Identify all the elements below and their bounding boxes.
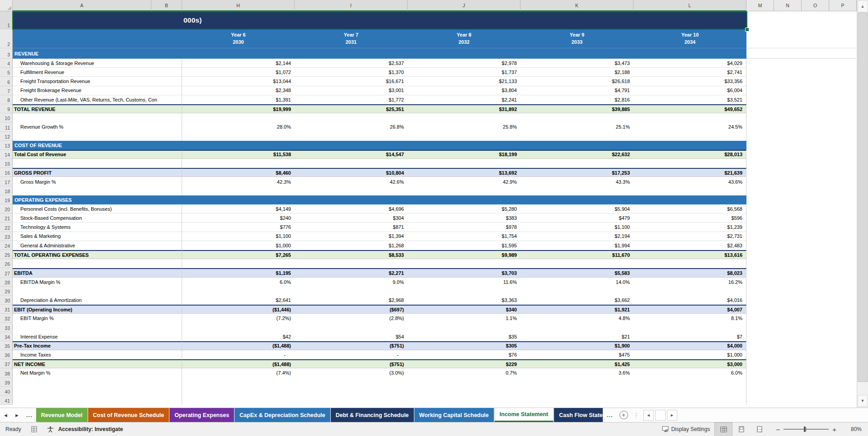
cell-value[interactable]: $4,149 [182, 204, 295, 213]
cell-value[interactable]: $978 [408, 223, 521, 232]
cell-value[interactable] [521, 259, 633, 268]
row-header-34[interactable]: 34 [0, 332, 13, 341]
cell-value[interactable]: 14.0% [521, 278, 633, 287]
cell-value[interactable] [521, 378, 633, 387]
cell-value[interactable]: 1.1% [408, 314, 521, 323]
scroll-up-icon[interactable]: ▲ [858, 0, 868, 12]
year-header-cell[interactable]: Year 82032 [408, 29, 521, 48]
cell-value[interactable]: ($1,446) [182, 305, 295, 314]
cell-value[interactable] [182, 378, 295, 387]
hscroll-thumb[interactable] [655, 410, 666, 421]
cell-value[interactable]: 28.0% [182, 122, 295, 131]
cell-value[interactable] [182, 113, 295, 122]
cell-value[interactable]: $7 [633, 332, 746, 341]
row-header-17[interactable]: 17 [0, 177, 13, 186]
hscroll-right-icon[interactable]: ► [667, 410, 677, 421]
cell-value[interactable]: $1,900 [521, 341, 633, 350]
cell-value[interactable]: $1,994 [521, 241, 633, 250]
row-header-25[interactable]: 25 [0, 250, 13, 259]
cell-value[interactable]: $2,241 [408, 95, 521, 104]
empty-cells-region[interactable] [746, 150, 857, 159]
cell-value[interactable] [408, 186, 521, 195]
cell-value[interactable]: 42.9% [408, 177, 521, 186]
cell-value[interactable]: $2,741 [633, 68, 746, 77]
empty-cells-region[interactable] [746, 68, 857, 77]
cell-label[interactable]: Freight Brokerage Revenue [13, 86, 182, 95]
cell-label[interactable]: Income Taxes [13, 350, 182, 359]
cell-value[interactable]: $9,989 [408, 250, 521, 259]
column-header-B[interactable]: B [151, 0, 182, 11]
cell-value[interactable] [633, 378, 746, 387]
cell-value[interactable] [408, 159, 521, 168]
cell-value[interactable]: $10,804 [295, 168, 408, 177]
cell-value[interactable] [182, 159, 295, 168]
display-settings-button[interactable]: Display Settings [657, 422, 714, 436]
cell-value[interactable]: $1,100 [182, 232, 295, 241]
empty-cells-region[interactable] [746, 296, 857, 305]
empty-cells-region[interactable] [746, 259, 857, 268]
cell-value[interactable]: 6.0% [633, 368, 746, 377]
cell-value[interactable]: $2,348 [182, 86, 295, 95]
cell-label[interactable]: Sales & Marketing [13, 232, 182, 241]
row-header-14[interactable]: 14 [0, 150, 13, 159]
section-header-cell[interactable]: COST OF REVENUE [13, 141, 746, 150]
empty-cells-region[interactable] [746, 323, 857, 332]
macro-record-icon[interactable] [31, 426, 37, 432]
view-page-break-button[interactable] [751, 422, 769, 436]
cell-value[interactable]: 42.3% [182, 177, 295, 186]
row-header-41[interactable]: 41 [0, 396, 13, 405]
cell-value[interactable]: $1,391 [182, 95, 295, 104]
cell-value[interactable]: ($1,488) [182, 359, 295, 368]
cell-label[interactable] [13, 186, 182, 195]
sheet-tab-revenue-model[interactable]: Revenue Model [36, 408, 88, 422]
empty-cells-region[interactable] [746, 350, 857, 359]
cell-label[interactable] [13, 132, 182, 141]
empty-cells-region[interactable] [746, 48, 857, 59]
cell-label[interactable]: Other Revenue (Last-Mile, VAS, Returns, … [13, 95, 182, 104]
row-header-20[interactable]: 20 [0, 204, 13, 213]
accessibility-label[interactable]: Accessibility: Investigate [58, 426, 123, 432]
cell-value[interactable] [182, 287, 295, 296]
cell-value[interactable]: $2,537 [295, 59, 408, 68]
year-header-cell[interactable]: Year 72031 [295, 29, 408, 48]
row-header-36[interactable]: 36 [0, 350, 13, 359]
scroll-down-icon[interactable]: ▼ [858, 395, 868, 407]
cell-value[interactable]: $1,239 [633, 223, 746, 232]
cell-value[interactable]: $4,000 [633, 341, 746, 350]
cell-value[interactable]: $5,904 [521, 204, 633, 213]
cell-value[interactable] [521, 387, 633, 396]
empty-cells-region[interactable] [746, 213, 857, 223]
row-header-40[interactable]: 40 [0, 387, 13, 396]
cell-value[interactable]: $4,696 [295, 204, 408, 213]
cell-value[interactable]: $76 [408, 350, 521, 359]
cell-value[interactable]: $1,921 [521, 305, 633, 314]
cell-value[interactable]: $4,007 [633, 305, 746, 314]
zoom-in-button[interactable]: + [829, 426, 840, 433]
cell-value[interactable]: $6,568 [633, 204, 746, 213]
cell-value[interactable] [295, 387, 408, 396]
cell-value[interactable]: $304 [295, 213, 408, 223]
sheet-tab-cost-of-revenue-schedule[interactable]: Cost of Revenue Schedule [88, 408, 169, 422]
cell-label[interactable] [13, 396, 182, 405]
select-all-corner[interactable] [0, 0, 13, 11]
sheet-tab-cash-flow-state[interactable]: Cash Flow State [554, 408, 603, 422]
cell-value[interactable]: $3,703 [408, 268, 521, 277]
cell-value[interactable]: $2,816 [521, 95, 633, 104]
cell-label[interactable]: TOTAL REVENUE [13, 104, 182, 113]
row-header-1[interactable]: 1 [0, 11, 13, 29]
cell-value[interactable]: $17,253 [521, 168, 633, 177]
cell-value[interactable]: $4,016 [633, 296, 746, 305]
cell-value[interactable] [182, 259, 295, 268]
row-header-16[interactable]: 16 [0, 168, 13, 177]
cell-value[interactable]: $18,199 [408, 150, 521, 159]
empty-cells-region[interactable] [746, 204, 857, 213]
row-header-6[interactable]: 6 [0, 77, 13, 86]
cell-value[interactable]: 9.0% [295, 278, 408, 287]
row-header-8[interactable]: 8 [0, 95, 13, 104]
row-header-28[interactable]: 28 [0, 278, 13, 287]
cell-label[interactable] [13, 287, 182, 296]
cell-value[interactable]: $1,100 [521, 223, 633, 232]
cell-value[interactable]: $229 [408, 359, 521, 368]
empty-cells-region[interactable] [746, 396, 857, 405]
cell-value[interactable]: $1,754 [408, 232, 521, 241]
